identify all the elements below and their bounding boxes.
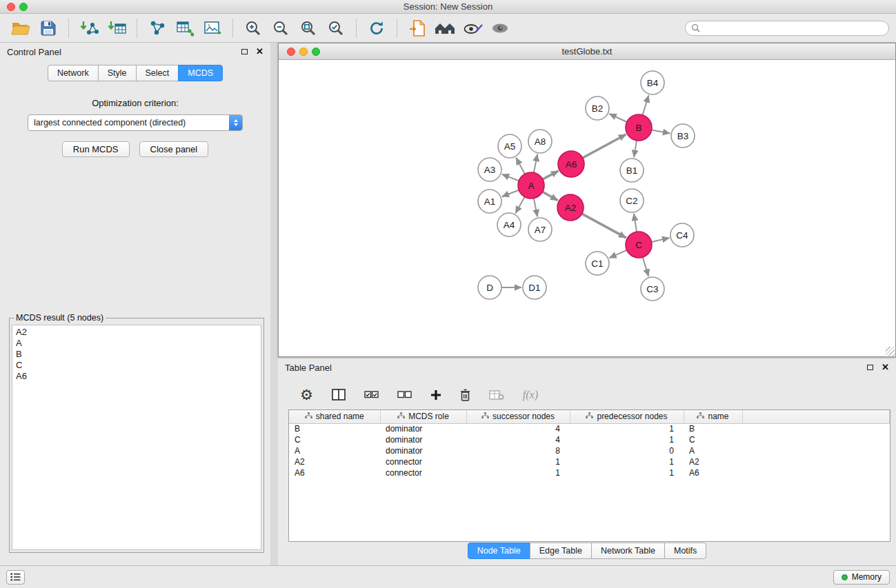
table-row[interactable]: Bdominator41B: [289, 423, 890, 434]
graph-edge-A-A2[interactable]: [543, 192, 558, 200]
network-window-titlebar[interactable]: testGlobe.txt: [279, 43, 895, 60]
table-tab-network-table[interactable]: Network Table: [591, 543, 665, 559]
graph-node-A5[interactable]: A5: [498, 134, 521, 158]
graph-node-C2[interactable]: C2: [620, 189, 644, 212]
graph-edge-C-C1[interactable]: [609, 250, 626, 258]
close-panel-icon[interactable]: ✕: [256, 48, 263, 56]
cell-predecessor-nodes[interactable]: 1: [570, 467, 684, 478]
graph-node-C4[interactable]: C4: [670, 223, 694, 247]
search-field[interactable]: [685, 21, 889, 36]
run-mcds-button[interactable]: Run MCDS: [62, 141, 130, 157]
cell-shared-name[interactable]: C: [289, 434, 380, 445]
import-network-from-file-icon[interactable]: [75, 17, 103, 40]
table-tab-node-table[interactable]: Node Table: [468, 543, 530, 559]
style-details-icon[interactable]: [459, 17, 486, 40]
zoom-in-icon[interactable]: [239, 17, 267, 40]
cell-successor-nodes[interactable]: 1: [466, 467, 570, 478]
table-row[interactable]: A2connector11A2: [289, 456, 890, 467]
task-history-button[interactable]: [6, 570, 25, 585]
result-item[interactable]: A2: [16, 327, 257, 338]
graph-edge-A-A4[interactable]: [515, 197, 524, 214]
delete-table-icon[interactable]: [489, 386, 504, 404]
graph-edge-A-A5[interactable]: [516, 158, 525, 174]
graph-node-A7[interactable]: A7: [528, 218, 552, 241]
result-item[interactable]: C: [16, 360, 257, 371]
network-close-light[interactable]: [287, 48, 295, 56]
graph-edge-B-B1[interactable]: [634, 141, 637, 157]
tab-mcds[interactable]: MCDS: [178, 65, 223, 81]
table-row[interactable]: Cdominator41C: [289, 434, 890, 445]
result-item[interactable]: A: [16, 338, 257, 349]
graph-node-A6[interactable]: A6: [558, 151, 584, 177]
show-hide-icon[interactable]: [486, 17, 514, 40]
network-minimize-light[interactable]: [299, 48, 308, 56]
table-tab-edge-table[interactable]: Edge Table: [530, 543, 592, 559]
cell-shared-name[interactable]: B: [289, 423, 380, 434]
graph-edge-B-B4[interactable]: [643, 95, 649, 115]
add-row-icon[interactable]: [430, 386, 441, 404]
tab-network[interactable]: Network: [48, 65, 99, 81]
column-header-shared-name[interactable]: shared name: [289, 410, 380, 423]
result-item[interactable]: A6: [16, 371, 257, 382]
close-window-light[interactable]: [7, 3, 15, 11]
graph-edge-C-C2[interactable]: [634, 214, 637, 232]
column-visibility-icon[interactable]: [332, 386, 346, 404]
graph-edge-B-B3[interactable]: [652, 130, 670, 134]
graph-edge-A6-B[interactable]: [583, 134, 626, 158]
function-builder-icon[interactable]: f(x): [523, 386, 538, 404]
cell-mcds-role[interactable]: connector: [380, 467, 466, 478]
zoom-selected-icon[interactable]: [322, 17, 350, 40]
cell-name[interactable]: A6: [684, 467, 742, 478]
table-tab-motifs[interactable]: Motifs: [664, 543, 706, 559]
zoom-out-icon[interactable]: [267, 17, 295, 40]
graph-node-B[interactable]: B: [626, 114, 652, 141]
new-network-icon[interactable]: [143, 17, 171, 40]
open-session-icon[interactable]: [7, 17, 34, 40]
graph-node-A3[interactable]: A3: [478, 158, 501, 181]
search-input[interactable]: [704, 23, 883, 33]
graph-node-A2[interactable]: A2: [557, 194, 584, 221]
graph-node-D[interactable]: D: [478, 276, 501, 299]
save-session-icon[interactable]: [34, 17, 62, 40]
graph-edge-C-C4[interactable]: [652, 238, 670, 242]
float-panel-icon[interactable]: [241, 49, 248, 54]
graph-edge-A-A7[interactable]: [534, 199, 537, 217]
graph-node-D1[interactable]: D1: [523, 276, 546, 299]
cell-name[interactable]: B: [684, 423, 742, 434]
cell-shared-name[interactable]: A6: [289, 467, 380, 478]
graph-edge-A-A3[interactable]: [502, 174, 519, 181]
cell-shared-name[interactable]: A: [289, 445, 380, 456]
graph-edge-A-A1[interactable]: [502, 190, 519, 196]
import-table-from-file-icon[interactable]: [103, 17, 130, 40]
close-table-panel-icon[interactable]: ✕: [882, 363, 889, 372]
graph-node-B3[interactable]: B3: [671, 124, 695, 148]
cell-predecessor-nodes[interactable]: 1: [570, 434, 684, 445]
cell-successor-nodes[interactable]: 4: [466, 423, 570, 434]
cell-name[interactable]: A: [684, 445, 742, 456]
graph-edge-C-C3[interactable]: [643, 257, 649, 276]
criterion-dropdown[interactable]: largest connected component (directed): [28, 114, 243, 131]
table-row[interactable]: Adominator80A: [289, 445, 890, 456]
cell-mcds-role[interactable]: connector: [380, 456, 466, 467]
graph-node-C3[interactable]: C3: [641, 277, 664, 301]
cell-mcds-role[interactable]: dominator: [380, 434, 466, 445]
graph-node-C1[interactable]: C1: [586, 252, 609, 275]
float-table-panel-icon[interactable]: [867, 365, 873, 370]
cell-successor-nodes[interactable]: 4: [466, 434, 570, 445]
table-row[interactable]: A6connector11A6: [289, 467, 890, 478]
cell-mcds-role[interactable]: dominator: [380, 445, 466, 456]
cell-shared-name[interactable]: A2: [289, 456, 380, 467]
home-view-icon[interactable]: [431, 17, 459, 40]
node-table[interactable]: shared nameMCDS rolesuccessor nodesprede…: [289, 410, 890, 478]
tab-select[interactable]: Select: [136, 65, 179, 81]
graph-node-B4[interactable]: B4: [641, 71, 664, 94]
close-panel-button[interactable]: Close panel: [139, 141, 209, 157]
cell-successor-nodes[interactable]: 8: [466, 445, 570, 456]
graph-edge-A-A8[interactable]: [534, 154, 537, 173]
column-header-successor-nodes[interactable]: successor nodes: [466, 410, 570, 423]
delete-row-icon[interactable]: [460, 386, 470, 404]
result-item[interactable]: B: [16, 349, 257, 360]
graph-node-A8[interactable]: A8: [528, 130, 552, 153]
column-header-name[interactable]: name: [684, 410, 742, 423]
open-network-file-icon[interactable]: [404, 17, 431, 40]
